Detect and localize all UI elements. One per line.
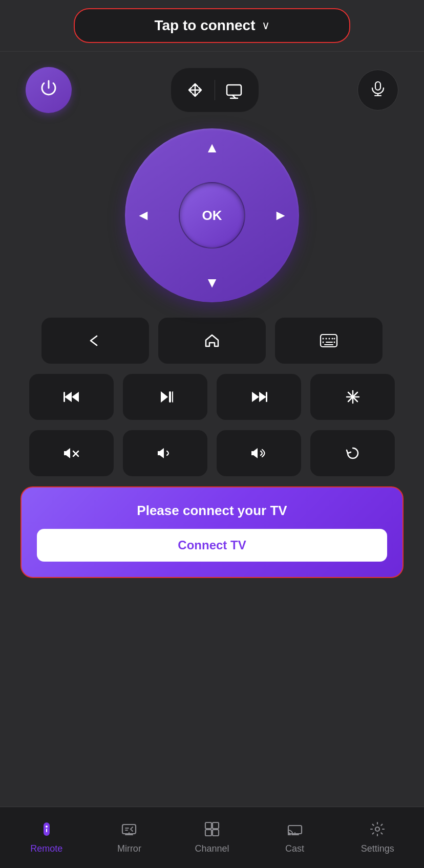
connect-tv-button[interactable]: Connect TV [37,529,387,562]
svg-rect-19 [266,392,267,402]
svg-point-27 [46,826,48,828]
tab-cast-label: Cast [285,843,304,854]
svg-rect-33 [213,830,219,836]
nav-icon [176,72,215,108]
svg-rect-3 [375,82,380,90]
power-icon [39,79,58,101]
tab-channel-label: Channel [195,843,229,854]
tab-settings[interactable]: Settings [336,821,419,854]
dpad-right-icon[interactable]: ► [273,207,288,224]
media-buttons-row [20,374,404,420]
keyboard-button[interactable] [275,318,383,364]
cast-icon [287,821,303,840]
tab-remote-label: Remote [30,843,62,854]
volume-up-button[interactable] [217,430,301,476]
connect-tv-banner: Please connect your TV Connect TV [20,486,404,578]
tab-mirror[interactable]: Mirror [88,821,171,854]
mute-button[interactable] [29,430,114,476]
ok-button[interactable]: OK [179,182,245,249]
svg-rect-32 [205,830,211,836]
svg-point-35 [375,827,379,831]
dpad-down-icon[interactable]: ▼ [205,275,219,291]
ok-label: OK [202,208,222,224]
top-controls-row [20,67,404,113]
channel-icon [204,821,220,840]
home-button[interactable] [158,318,266,364]
nav-buttons-row [20,318,404,364]
dpad[interactable]: ▲ ◄ OK ► ▼ [125,128,299,302]
playpause-button[interactable] [123,374,207,420]
tab-bar: Remote Mirror Channel [0,807,424,868]
mic-button[interactable] [357,70,398,110]
svg-rect-18 [172,391,173,403]
remote-area: ▲ ◄ OK ► ▼ [0,52,424,807]
mirror-icon [121,821,137,840]
tab-cast[interactable]: Cast [253,821,336,854]
dpad-left-icon[interactable]: ◄ [136,207,151,224]
svg-rect-16 [63,392,65,402]
remote-icon [39,821,54,840]
tab-mirror-label: Mirror [117,843,141,854]
mic-icon [370,80,386,100]
power-button[interactable] [26,67,72,113]
dpad-up-icon[interactable]: ▲ [205,140,219,156]
connect-tv-title: Please connect your TV [137,503,287,519]
replay-button[interactable] [310,430,395,476]
svg-rect-30 [205,822,211,829]
input-icon [215,72,253,108]
dpad-container: ▲ ◄ OK ► ▼ [125,128,299,302]
connect-bar: Tap to connect ∨ [0,0,424,52]
tab-remote[interactable]: Remote [5,821,88,854]
fastforward-button[interactable] [217,374,301,420]
connect-tv-button-label: Connect TV [178,538,246,552]
svg-rect-31 [213,822,219,829]
connect-button-label: Tap to connect [154,17,255,34]
svg-rect-17 [169,391,171,403]
tab-settings-label: Settings [361,843,394,854]
tab-channel[interactable]: Channel [171,821,253,854]
volume-buttons-row [20,430,404,476]
rewind-button[interactable] [29,374,114,420]
star-button[interactable] [310,374,395,420]
nav-input-button[interactable] [171,68,259,112]
tap-to-connect-button[interactable]: Tap to connect ∨ [74,8,350,43]
svg-rect-0 [227,85,241,95]
settings-icon [370,821,385,840]
back-button[interactable] [41,318,149,364]
chevron-down-icon: ∨ [262,19,270,32]
volume-down-button[interactable] [123,430,207,476]
